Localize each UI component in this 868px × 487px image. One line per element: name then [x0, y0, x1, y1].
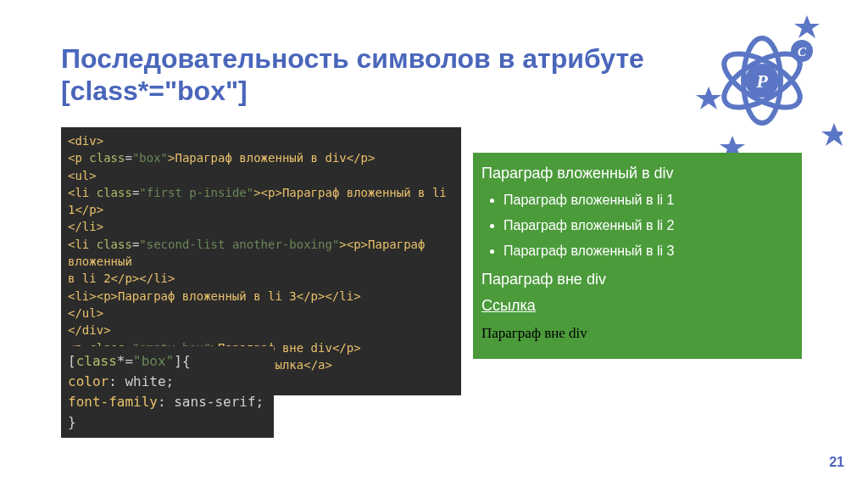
slide-title: Последовательность символов в атрибуте […: [61, 42, 654, 108]
logo-atom: P C: [673, 8, 843, 161]
output-list-item: Параграф вложенный в li 1: [504, 193, 793, 208]
svg-text:P: P: [755, 70, 768, 92]
page-number: 21: [829, 455, 844, 470]
output-paragraph: Параграф вне div: [481, 271, 793, 288]
output-paragraph: Параграф вложенный в div: [481, 165, 793, 182]
svg-marker-10: [821, 123, 843, 146]
svg-marker-8: [696, 87, 721, 109]
output-paragraph: Параграф вне div: [481, 325, 793, 342]
rendered-output: Параграф вложенный в div Параграф вложен…: [473, 153, 802, 359]
css-code-block: [class*="box"]{ color: white; font-famil…: [61, 346, 274, 438]
svg-text:C: C: [798, 45, 807, 59]
output-list-item: Параграф вложенный в li 3: [504, 244, 793, 259]
output-list-item: Параграф вложенный в li 2: [504, 218, 793, 233]
output-link[interactable]: Ссылка: [481, 297, 793, 315]
svg-marker-7: [794, 15, 820, 38]
